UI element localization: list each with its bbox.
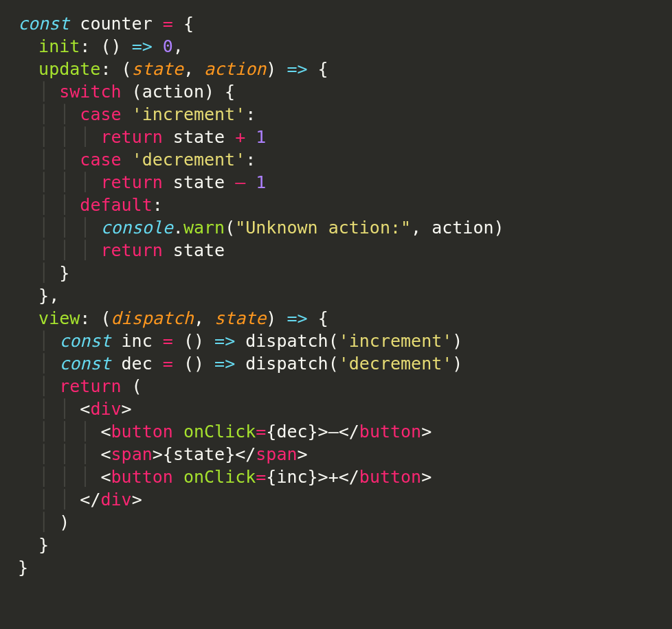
angle-open: < bbox=[100, 444, 111, 464]
brace: { bbox=[225, 82, 235, 102]
brace: }, bbox=[38, 286, 59, 306]
brace: } bbox=[18, 558, 28, 577]
angle-close: > bbox=[122, 399, 132, 419]
jsx-expr: {state} bbox=[163, 444, 235, 464]
code-line: │ │ │ <span>{state}</span> bbox=[18, 444, 308, 464]
paren: ) bbox=[266, 59, 276, 79]
property: init bbox=[38, 36, 80, 56]
jsx-tag: button bbox=[359, 467, 421, 487]
angle-open: </ bbox=[80, 490, 100, 510]
param: state bbox=[214, 308, 266, 328]
operator-eq: = bbox=[163, 331, 173, 351]
brace: } bbox=[59, 263, 69, 283]
code-line: } bbox=[18, 535, 49, 555]
param: state bbox=[132, 59, 183, 79]
identifier: inc bbox=[122, 331, 153, 351]
angle-close: > bbox=[318, 467, 328, 487]
code-line: │ │ default: bbox=[18, 195, 163, 215]
arrow: => bbox=[214, 331, 235, 351]
param: action bbox=[204, 59, 266, 79]
dot: . bbox=[173, 218, 183, 238]
keyword-const: const bbox=[18, 14, 69, 34]
arrow: => bbox=[132, 36, 153, 56]
identifier: state bbox=[173, 127, 225, 147]
property: view bbox=[38, 308, 80, 328]
operator-eq: = bbox=[256, 422, 266, 442]
string: 'increment' bbox=[132, 104, 246, 124]
code-line: }, bbox=[18, 286, 59, 306]
identifier: counter bbox=[80, 14, 152, 34]
identifier-console: console bbox=[100, 218, 172, 238]
keyword-case: case bbox=[80, 150, 121, 170]
code-line: │ │ │ return state bbox=[18, 240, 225, 260]
brace: { bbox=[183, 14, 194, 34]
string: 'increment' bbox=[339, 331, 453, 351]
paren: ) bbox=[59, 512, 69, 532]
number: 0 bbox=[163, 36, 173, 56]
parens: (action) bbox=[132, 82, 214, 102]
code-line: } bbox=[18, 558, 28, 577]
colon: : bbox=[100, 59, 111, 79]
colon: : bbox=[153, 195, 163, 215]
keyword-return: return bbox=[59, 376, 121, 396]
keyword-default: default bbox=[80, 195, 152, 215]
paren: ) bbox=[266, 308, 276, 328]
jsx-tag: div bbox=[90, 399, 121, 419]
code-line: │ │ case 'increment': bbox=[18, 104, 256, 124]
operator-eq: = bbox=[256, 467, 266, 487]
angle-close: > bbox=[421, 467, 432, 487]
code-line: │ switch (action) { bbox=[18, 82, 235, 102]
code-line: │ │ │ return state + 1 bbox=[18, 127, 266, 147]
keyword-return: return bbox=[100, 240, 162, 260]
operator-eq: = bbox=[163, 354, 173, 374]
identifier: state bbox=[173, 172, 225, 192]
jsx-tag: button bbox=[359, 422, 421, 442]
angle-open: < bbox=[100, 467, 111, 487]
keyword-switch: switch bbox=[59, 82, 121, 102]
text: + bbox=[328, 467, 339, 487]
keyword-case: case bbox=[80, 104, 121, 124]
angle-close: > bbox=[153, 444, 163, 464]
method: warn bbox=[183, 218, 225, 238]
jsx-tag: span bbox=[256, 444, 297, 464]
code-line: │ │ case 'decrement': bbox=[18, 150, 256, 170]
code-line: │ │ │ <button onClick={dec}>–</button> bbox=[18, 422, 432, 442]
colon: : bbox=[245, 150, 256, 170]
code-line: │ │ <div> bbox=[18, 399, 132, 419]
parens: () bbox=[183, 331, 204, 351]
arrow: => bbox=[287, 59, 307, 79]
angle-open: </ bbox=[235, 444, 256, 464]
code-editor[interactable]: const counter = { init: () => 0, update:… bbox=[0, 0, 672, 591]
code-line: view: (dispatch, state) => { bbox=[18, 308, 328, 328]
text: – bbox=[328, 422, 339, 442]
paren: ) bbox=[452, 331, 462, 351]
jsx-tag: span bbox=[111, 444, 153, 464]
string: 'decrement' bbox=[339, 354, 453, 374]
jsx-attr: onClick bbox=[183, 467, 256, 487]
angle-close: > bbox=[132, 490, 142, 510]
keyword-return: return bbox=[100, 172, 162, 192]
identifier: dec bbox=[122, 354, 153, 374]
colon: : bbox=[245, 104, 256, 124]
code-line: │ │ │ console.warn("Unknown action:", ac… bbox=[18, 218, 504, 238]
number: 1 bbox=[256, 127, 266, 147]
brace: { bbox=[318, 308, 328, 328]
comma: , bbox=[183, 59, 194, 79]
angle-close: > bbox=[298, 444, 308, 464]
paren: ) bbox=[494, 218, 504, 238]
brace: } bbox=[38, 535, 49, 555]
comma: , bbox=[194, 308, 204, 328]
angle-open: </ bbox=[339, 467, 359, 487]
colon: : bbox=[80, 308, 90, 328]
code-line: const counter = { bbox=[18, 14, 194, 34]
code-line: │ return ( bbox=[18, 376, 142, 396]
parens: () bbox=[100, 36, 121, 56]
comma: , bbox=[173, 36, 183, 56]
arrow: => bbox=[214, 354, 235, 374]
jsx-expr: {dec} bbox=[266, 422, 317, 442]
paren: ( bbox=[100, 308, 111, 328]
parens: () bbox=[183, 354, 204, 374]
angle-open: < bbox=[100, 422, 111, 442]
code-line: │ ) bbox=[18, 512, 69, 532]
code-line: │ const dec = () => dispatch('decrement'… bbox=[18, 354, 462, 374]
